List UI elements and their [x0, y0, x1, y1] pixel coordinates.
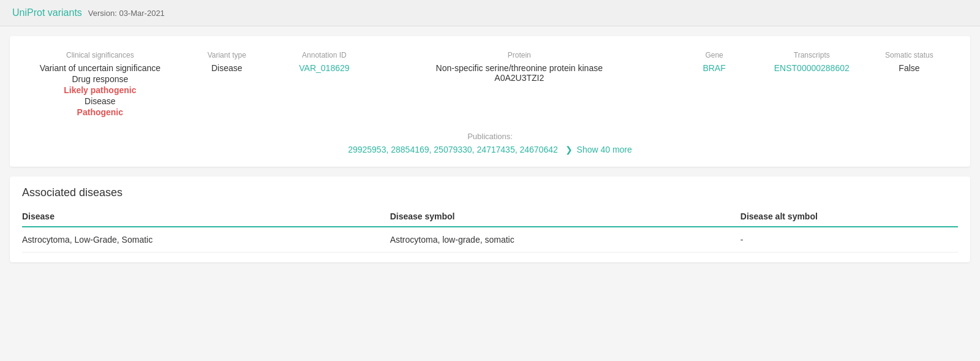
annotation-id-col: Annotation ID VAR_018629: [276, 51, 373, 73]
publications-label: Publications:: [22, 132, 958, 141]
clinical-value-3: Likely pathogenic: [64, 85, 136, 95]
chevron-down-icon: ❯: [565, 145, 573, 154]
transcripts-col: Transcripts ENST00000288602: [763, 51, 861, 73]
clinical-value-4: Disease: [85, 96, 116, 106]
gene-value[interactable]: BRAF: [703, 63, 725, 73]
disease-name: Astrocytoma, Low-Grade, Somatic: [22, 227, 390, 253]
protein-col: Protein Non-specific serine/threonine pr…: [373, 51, 666, 83]
table-row: Astrocytoma, Low-Grade, Somatic Astrocyt…: [22, 227, 958, 253]
col-header-disease: Disease: [22, 207, 390, 227]
col-header-symbol: Disease symbol: [390, 207, 741, 227]
diseases-title: Associated diseases: [22, 186, 958, 199]
variant-type-col: Variant type Disease: [178, 51, 276, 73]
variant-type-label: Variant type: [208, 51, 246, 59]
pub-link-1[interactable]: 29925953: [348, 145, 386, 154]
clinical-value-1: Variant of uncertain significance: [40, 63, 160, 73]
somatic-status-col: Somatic status False: [861, 51, 958, 73]
protein-value-line2: A0A2U3TZI2: [494, 73, 544, 83]
annotation-id-link[interactable]: VAR_018629: [299, 63, 349, 73]
info-row: Clinical significances Variant of uncert…: [22, 51, 958, 117]
show-more-button[interactable]: ❯ Show 40 more: [565, 145, 632, 154]
clinical-value-2: Drug response: [72, 74, 128, 84]
annotation-id-value[interactable]: VAR_018629: [299, 63, 349, 73]
variant-type-value: Disease: [211, 63, 243, 73]
publications-links: 29925953, 28854169, 25079330, 24717435, …: [22, 145, 958, 154]
main-info-card: Clinical significances Variant of uncert…: [10, 36, 970, 167]
protein-label: Protein: [508, 51, 531, 59]
clinical-label: Clinical significances: [66, 51, 134, 59]
col-header-alt-symbol: Disease alt symbol: [741, 207, 958, 227]
annotation-id-label: Annotation ID: [302, 51, 347, 59]
protein-value-line1: Non-specific serine/threonine protein ki…: [436, 63, 603, 73]
disease-alt-symbol: -: [741, 227, 958, 253]
disease-symbol: Astrocytoma, low-grade, somatic: [390, 227, 741, 253]
transcript-link[interactable]: ENST00000288602: [774, 63, 850, 73]
app-title: UniProt variants: [12, 7, 82, 18]
publications-section: Publications: 29925953, 28854169, 250793…: [22, 132, 958, 154]
transcripts-label: Transcripts: [794, 51, 830, 59]
table-header-row: Disease Disease symbol Disease alt symbo…: [22, 207, 958, 227]
pub-link-4[interactable]: 24717435: [477, 145, 514, 154]
gene-label: Gene: [705, 51, 723, 59]
show-more-label: Show 40 more: [577, 145, 632, 154]
gene-link[interactable]: BRAF: [703, 63, 725, 73]
app-version: Version: 03-Mar-2021: [88, 9, 165, 18]
somatic-value: False: [899, 63, 919, 73]
diseases-table: Disease Disease symbol Disease alt symbo…: [22, 207, 958, 253]
transcripts-value[interactable]: ENST00000288602: [774, 63, 850, 73]
diseases-section: Associated diseases Disease Disease symb…: [10, 177, 970, 262]
clinical-significances-col: Clinical significances Variant of uncert…: [22, 51, 178, 117]
pub-link-5[interactable]: 24670642: [519, 145, 557, 154]
pub-link-2[interactable]: 28854169: [391, 145, 429, 154]
clinical-value-5: Pathogenic: [77, 107, 123, 117]
clinical-values: Variant of uncertain significance Drug r…: [40, 63, 160, 117]
gene-col: Gene BRAF: [666, 51, 763, 73]
somatic-label: Somatic status: [885, 51, 933, 59]
page-header: UniProt variants Version: 03-Mar-2021: [0, 0, 980, 26]
pub-link-3[interactable]: 25079330: [434, 145, 472, 154]
